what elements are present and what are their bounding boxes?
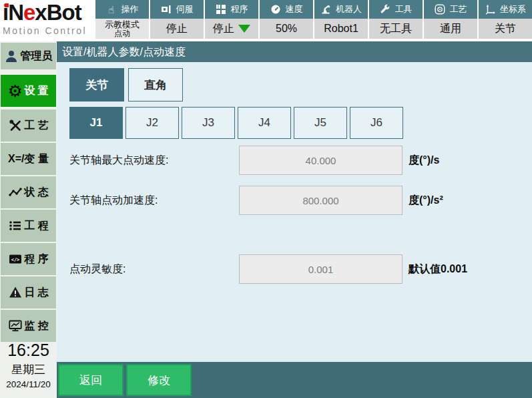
breadcrumb: 设置/机器人参数/点动速度 — [57, 41, 532, 62]
app-window: iNexBot Motion Control ☝ 操作 伺服 程序 — [0, 0, 532, 398]
tab-label: 伺服 — [176, 3, 194, 15]
clock-date: 2024/11/20 — [0, 379, 57, 389]
jog-sensitivity-input[interactable] — [239, 254, 403, 284]
field-jog-sensitivity: 点动灵敏度: 默认值0.001 — [57, 254, 532, 284]
tab-joint-mode[interactable]: 关节 — [69, 68, 124, 102]
logo-dot-icon — [5, 3, 9, 7]
crossed-tools-icon — [8, 119, 22, 133]
tab-j5[interactable]: J5 — [294, 107, 347, 139]
tab-tool[interactable]: 工具 — [369, 0, 423, 19]
tab-label: 机器人 — [336, 3, 362, 15]
field-label: 点动灵敏度: — [69, 254, 125, 284]
tab-craft[interactable]: 工艺 — [424, 0, 477, 19]
warning-triangle-icon — [8, 286, 22, 300]
tab-label: 操作 — [121, 3, 139, 15]
field-unit: 默认值0.001 — [409, 254, 467, 284]
max-jog-speed-input[interactable] — [239, 146, 403, 175]
speed-gauge-icon — [270, 4, 281, 15]
tab-coord[interactable]: 坐标系 — [479, 0, 532, 19]
sidebar-item-admin[interactable]: 管理员 — [1, 43, 56, 69]
tab-label: 工艺 — [450, 3, 467, 15]
mode-tab-bar: 关节 直角 — [69, 68, 183, 102]
sidebar: 管理员 ⚙ 设 置 工 艺 X=/变 量 状 态 工 程 — [0, 41, 57, 398]
teach-mode-line2: 点动 — [114, 29, 130, 38]
sidebar-item-label: 状 态 — [24, 186, 48, 200]
logo: iNexBot Motion Control — [0, 0, 95, 40]
tab-speed[interactable]: 速度 — [260, 0, 313, 19]
sidebar-item-label: 程 序 — [24, 252, 48, 266]
sidebar-item-variable[interactable]: X=/变 量 — [1, 143, 56, 175]
teach-mode-line1: 示教模式 — [105, 19, 140, 29]
hand-icon: ☝ — [106, 4, 117, 15]
project-list-icon — [8, 219, 22, 233]
modify-button[interactable]: 修改 — [126, 364, 192, 396]
robot-select-button[interactable]: Robot1 — [314, 19, 368, 39]
footer-bar: 返回 修改 — [57, 362, 532, 398]
sidebar-item-settings[interactable]: ⚙ 设 置 — [1, 75, 56, 107]
header: iNexBot Motion Control ☝ 操作 伺服 程序 — [0, 0, 532, 40]
top-tab-bar: ☝ 操作 伺服 程序 速度 — [95, 0, 532, 19]
sidebar-item-label: X=/变 量 — [8, 152, 49, 166]
field-jog-acceleration: 关节轴点动加速度: 度(°)/s² — [57, 186, 532, 215]
gear-icon: ⚙ — [8, 84, 22, 98]
coordinate-axes-icon — [485, 4, 495, 15]
coord-select-button[interactable]: 关节 — [479, 19, 532, 39]
tab-operate[interactable]: ☝ 操作 — [95, 0, 149, 19]
dropdown-triangle-icon — [238, 25, 250, 33]
brand-text: iNexBot — [3, 1, 95, 24]
sidebar-item-log[interactable]: 日 志 — [1, 276, 56, 309]
craft-icon — [435, 4, 445, 15]
teach-mode-button[interactable]: 示教模式 点动 — [95, 19, 149, 39]
joint-tab-bar: J1 J2 J3 J4 J5 J6 — [69, 107, 403, 139]
sidebar-item-label: 工 艺 — [24, 119, 48, 133]
tab-label: 坐标系 — [500, 3, 526, 15]
sidebar-item-status[interactable]: 状 态 — [1, 176, 56, 208]
field-label: 关节轴点动加速度: — [69, 186, 158, 215]
craft-select-button[interactable]: 通用 — [424, 19, 477, 39]
back-button[interactable]: 返回 — [58, 364, 123, 396]
tab-j3[interactable]: J3 — [182, 107, 235, 139]
tab-cartesian-mode[interactable]: 直角 — [128, 68, 183, 102]
field-unit: 度(°)/s — [409, 146, 439, 175]
tab-j4[interactable]: J4 — [238, 107, 291, 139]
tab-j1[interactable]: J1 — [69, 107, 123, 139]
sidebar-item-program[interactable]: </> 程 序 — [1, 243, 56, 275]
wrench-icon — [380, 4, 390, 15]
field-max-jog-speed: 关节轴最大点动速度: 度(°)/s — [57, 146, 532, 175]
brand-subtitle: Motion Control — [3, 24, 95, 37]
sidebar-item-label: 管理员 — [21, 49, 53, 63]
servo-icon — [161, 4, 172, 15]
user-icon — [5, 49, 19, 63]
sidebar-item-craft[interactable]: 工 艺 — [1, 110, 56, 142]
tab-servo[interactable]: 伺服 — [150, 0, 204, 19]
code-window-icon: </> — [8, 252, 22, 266]
field-unit: 度(°)/s² — [409, 186, 443, 215]
servo-state-button[interactable]: 停止 — [150, 19, 204, 39]
sidebar-item-label: 设 置 — [24, 84, 48, 98]
sidebar-item-monitor[interactable]: 监 控 — [1, 310, 56, 342]
status-bar: 示教模式 点动 停止 停止 50% Robot1 无工具 通用 关节 — [95, 19, 532, 40]
sidebar-item-label: 日 志 — [24, 286, 48, 300]
sidebar-item-project[interactable]: 工 程 — [1, 210, 56, 242]
robot-arm-icon — [320, 4, 331, 15]
status-chart-icon — [8, 186, 22, 200]
tab-label: 速度 — [286, 3, 303, 15]
clock-time: 16:25 — [0, 341, 57, 360]
speed-value-button[interactable]: 50% — [260, 19, 313, 39]
clock-weekday: 星期三 — [0, 362, 57, 377]
tab-program[interactable]: 程序 — [205, 0, 258, 19]
main-content: 关节 直角 J1 J2 J3 J4 J5 J6 关节轴最大点动速度: 度(°)/… — [57, 62, 532, 362]
svg-text:</>: </> — [11, 257, 19, 262]
tab-robot[interactable]: 机器人 — [314, 0, 368, 19]
tab-label: 工具 — [395, 3, 413, 15]
jog-acceleration-input[interactable] — [239, 186, 403, 215]
run-state-button[interactable]: 停止 — [205, 19, 258, 39]
sidebar-item-label: 工 程 — [24, 219, 48, 233]
sidebar-item-label: 监 控 — [24, 319, 48, 333]
tool-select-button[interactable]: 无工具 — [369, 19, 423, 39]
tab-label: 程序 — [231, 3, 248, 15]
monitor-icon — [8, 319, 22, 333]
program-grid-icon — [216, 4, 226, 15]
tab-j6[interactable]: J6 — [350, 107, 403, 139]
tab-j2[interactable]: J2 — [125, 107, 179, 139]
